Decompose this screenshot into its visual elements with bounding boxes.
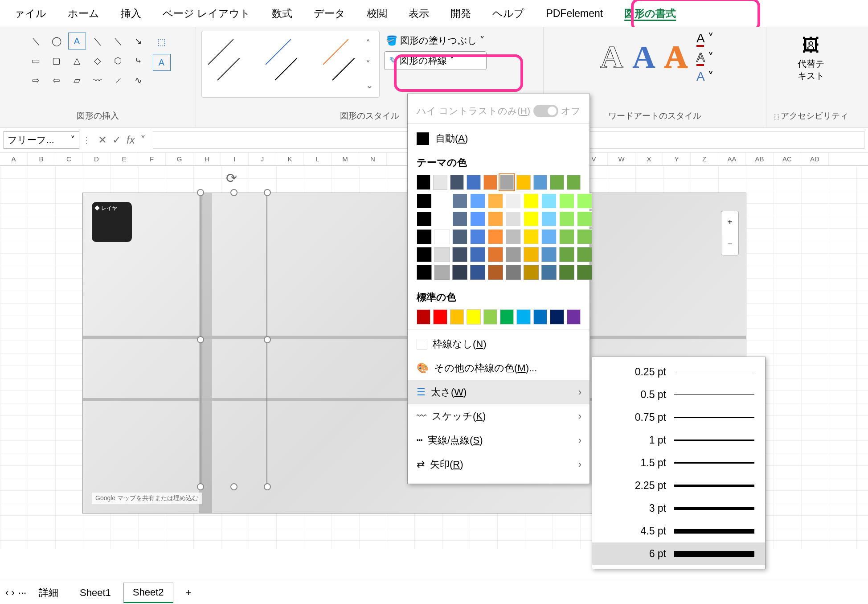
col-header[interactable]: AB [746,152,774,165]
color-swatch[interactable] [559,229,574,244]
color-swatch[interactable] [577,229,592,244]
color-swatch[interactable] [433,309,447,325]
width-option[interactable]: 3 pt [592,497,765,520]
color-swatch[interactable] [550,309,564,325]
col-header[interactable]: B [28,152,55,165]
col-header[interactable]: AD [801,152,829,165]
shape-gallery[interactable]: ＼ ◯ A ＼ ＼ ↘ ▭ ▢ △ ◇ ⬡ ⤷ ⇨ ⇦ ▱ 〰 ⟋ ∿ [25,31,149,90]
selected-shape[interactable]: ⟳ [201,193,267,487]
color-swatch[interactable] [488,265,503,280]
color-swatch[interactable] [541,265,557,280]
color-swatch[interactable] [541,229,557,244]
col-header[interactable]: E [111,152,138,165]
color-swatch[interactable] [450,175,464,190]
color-swatch[interactable] [452,229,467,244]
tab-review[interactable]: 校閲 [356,2,398,25]
color-swatch[interactable] [417,211,432,226]
color-swatch[interactable] [452,247,467,262]
col-header[interactable]: F [138,152,166,165]
shape-roundrect-icon[interactable]: ▢ [48,52,66,69]
color-swatch[interactable] [483,175,497,190]
text-outline-button[interactable]: A ˅ [696,50,714,65]
color-swatch[interactable] [452,193,467,209]
color-swatch[interactable] [417,175,430,190]
width-option[interactable]: 0.25 pt [592,361,765,383]
color-swatch[interactable] [533,309,547,325]
sheet-add[interactable]: + [177,583,201,602]
text-fill-button[interactable]: A ˅ [696,31,714,45]
col-header[interactable]: X [635,152,663,165]
col-header[interactable]: K [276,152,304,165]
col-header[interactable]: C [55,152,83,165]
shape-leftarrow-icon[interactable]: ⇦ [48,72,66,89]
col-header[interactable]: N [359,152,387,165]
color-swatch[interactable] [541,211,557,226]
wordart-3[interactable]: A [664,39,688,76]
color-swatch[interactable] [516,309,530,325]
color-swatch[interactable] [434,229,450,244]
col-header[interactable]: D [83,152,111,165]
color-swatch[interactable] [488,229,503,244]
fx-icon[interactable]: fx [127,134,135,146]
col-header[interactable]: M [332,152,359,165]
tab-pagelayout[interactable]: ページ レイアウト [152,2,261,25]
col-header[interactable]: Z [691,152,718,165]
color-swatch[interactable] [559,193,574,209]
tab-pdfelement[interactable]: PDFelement [535,3,614,24]
col-header[interactable]: W [608,152,635,165]
color-swatch[interactable] [467,175,480,190]
color-swatch[interactable] [500,175,514,190]
col-header[interactable]: A [0,152,28,165]
tab-insert[interactable]: 挿入 [110,2,152,25]
shape-triangle-icon[interactable]: △ [68,52,86,69]
color-swatch[interactable] [550,175,564,190]
shape-rightarrow-icon[interactable]: ⇨ [27,72,45,89]
color-swatch[interactable] [506,211,521,226]
color-swatch[interactable] [488,247,503,262]
color-swatch[interactable] [567,175,581,190]
auto-color-row[interactable]: 自動(A) [408,127,590,151]
wordart-gallery[interactable]: A A A [596,34,692,80]
color-swatch[interactable] [559,265,574,280]
shape-hexagon-icon[interactable]: ⬡ [109,52,127,69]
color-swatch[interactable] [488,193,503,209]
color-swatch[interactable] [541,193,557,209]
weight-item[interactable]: ☰ 太さ(W) › [408,380,590,404]
color-swatch[interactable] [506,193,521,209]
tab-file[interactable]: ァイル [4,2,57,25]
color-swatch[interactable] [434,265,450,280]
color-swatch[interactable] [417,247,432,262]
dashes-item[interactable]: ┅ 実線/点線(S) › [408,428,590,452]
shape-arrow-icon[interactable]: ↘ [130,33,147,49]
tab-developer[interactable]: 開発 [440,2,482,25]
tab-data[interactable]: データ [303,2,356,25]
wordart-2[interactable]: A [632,39,655,76]
color-swatch[interactable] [470,193,485,209]
col-header[interactable]: L [304,152,332,165]
color-swatch[interactable] [506,265,521,280]
style-preset-3[interactable] [328,44,368,84]
shape-callout-icon[interactable]: ▱ [68,72,86,89]
width-option[interactable]: 4.5 pt [592,520,765,542]
more-colors-item[interactable]: 🎨 その他の枠線の色(M)... [408,356,590,380]
color-swatch[interactable] [577,211,592,226]
color-swatch[interactable] [559,211,574,226]
shape-curve-icon[interactable]: 〰 [89,72,106,89]
color-swatch[interactable] [524,193,539,209]
width-option[interactable]: 0.75 pt [592,406,765,429]
color-swatch[interactable] [559,247,574,262]
color-swatch[interactable] [483,309,497,325]
shape-scribble-icon[interactable]: ∿ [130,72,147,89]
color-swatch[interactable] [524,247,539,262]
width-option[interactable]: 6 pt [592,542,765,565]
col-header[interactable]: AA [718,152,746,165]
no-outline-item[interactable]: 枠線なし(N) [408,332,590,356]
shape-line3-icon[interactable]: ＼ [109,33,127,49]
col-header[interactable]: I [221,152,249,165]
color-swatch[interactable] [500,309,514,325]
sheet-2[interactable]: Sheet2 [123,583,173,603]
toggle-icon[interactable] [533,105,558,117]
width-option[interactable]: 2.25 pt [592,474,765,497]
gallery-more-icon[interactable]: ⌄ [366,80,377,90]
style-gallery[interactable]: ˄ ˅ ⌄ [201,31,380,98]
